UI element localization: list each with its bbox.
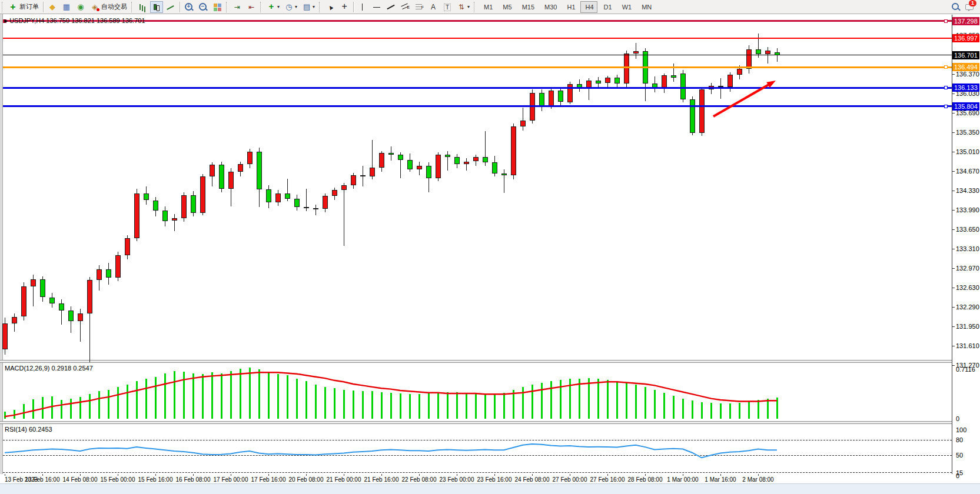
periods-button[interactable]: ▾: [283, 1, 299, 13]
candle: [445, 155, 450, 157]
macd-histogram-bar: [418, 394, 420, 419]
horizontal-level-line[interactable]: [3, 20, 952, 22]
macd-histogram-bar: [513, 390, 514, 419]
candle: [614, 78, 620, 84]
line-handle[interactable]: [944, 19, 948, 23]
vertical-line-tool-button[interactable]: [356, 1, 369, 13]
candle: [219, 165, 224, 189]
notification-badge: 1: [969, 0, 976, 6]
time-tick: [42, 474, 43, 476]
timeframe-m1[interactable]: M1: [479, 1, 496, 13]
crosshair-tool-button[interactable]: [338, 1, 351, 13]
zoom-out-button[interactable]: [197, 1, 210, 13]
timeframe-h1[interactable]: H1: [562, 1, 579, 13]
horizontal-level-line[interactable]: [3, 66, 952, 68]
candle: [21, 286, 26, 316]
macd-histogram-bar: [117, 387, 119, 419]
rsi-scale-label: 100: [956, 426, 966, 433]
macd-histogram-bar: [334, 388, 335, 419]
signals-button[interactable]: [74, 1, 87, 13]
bar-chart-mode-button[interactable]: [136, 1, 149, 13]
chart-title-text: USDJPY,H4 136.750 136.821 136.589 136.70…: [9, 17, 145, 24]
channel-tool-button[interactable]: [398, 1, 411, 13]
horizontal-line-tool-icon: [372, 2, 381, 12]
macd-histogram-bar: [362, 391, 364, 419]
line-handle[interactable]: [944, 105, 948, 108]
label-tool-button[interactable]: [441, 1, 454, 13]
label-tool-icon: [443, 2, 452, 12]
timeframe-m30[interactable]: M30: [539, 1, 560, 13]
candle: [40, 279, 45, 297]
cursor-tool-icon: [325, 2, 335, 12]
candle: [379, 153, 384, 168]
timeframe-mn[interactable]: MN: [636, 1, 655, 13]
line-handle[interactable]: [944, 86, 948, 89]
timeframe-w1[interactable]: W1: [617, 1, 636, 13]
horizontal-level-line[interactable]: [3, 55, 952, 55]
candle: [144, 193, 149, 201]
macd-scale-label: 0: [956, 415, 959, 422]
indicators-dropdown-icon[interactable]: ▾: [277, 4, 280, 9]
horizontal-line-tool-button[interactable]: [370, 1, 383, 13]
candle: [436, 155, 441, 178]
cursor-tool-button[interactable]: [324, 1, 337, 13]
candle: [727, 75, 733, 87]
candle: [172, 218, 177, 221]
macd-histogram-bar: [494, 395, 496, 419]
macd-histogram-bar: [23, 404, 25, 419]
macd-histogram-bar: [776, 398, 778, 419]
candle-wick: [174, 214, 175, 231]
chat-button[interactable]: 1: [963, 1, 976, 12]
candle: [266, 189, 271, 202]
timeframe-d1[interactable]: D1: [599, 1, 616, 13]
fibonacci-tool-button[interactable]: [413, 1, 426, 13]
candle: [257, 152, 262, 189]
price-tick-label: 136.370: [956, 71, 979, 78]
new-order-button[interactable]: 新订单: [6, 1, 41, 13]
arrows-tool-button[interactable]: ▾: [455, 1, 471, 13]
market-watch-button[interactable]: [60, 1, 73, 13]
templates-dropdown-icon[interactable]: ▾: [313, 4, 315, 9]
tile-windows-button[interactable]: [211, 1, 224, 13]
timeframe-h4[interactable]: H4: [580, 1, 597, 13]
toolbar-drag-handle: [226, 2, 228, 12]
line-handle[interactable]: [944, 65, 948, 69]
templates-button[interactable]: ▾: [300, 1, 317, 13]
rsi-panel[interactable]: [3, 424, 952, 474]
timeframe-m5[interactable]: M5: [497, 1, 515, 13]
periods-dropdown-icon[interactable]: ▾: [295, 4, 297, 9]
price-tick: [952, 210, 955, 211]
macd-histogram-bar: [597, 379, 599, 419]
search-button[interactable]: [949, 1, 962, 12]
toolbar-separator: [43, 2, 44, 12]
macd-histogram-bar: [51, 396, 53, 419]
scroll-to-end-button[interactable]: [231, 1, 244, 13]
macd-histogram-bar: [767, 399, 769, 419]
zoom-in-button[interactable]: [182, 1, 195, 13]
auto-trading-button[interactable]: 自动交易: [88, 1, 129, 13]
chart-shift-button[interactable]: [245, 1, 258, 13]
arrows-tool-dropdown-icon[interactable]: ▾: [467, 4, 470, 9]
candlestick-mode-button[interactable]: [150, 1, 163, 13]
candle: [49, 298, 55, 304]
pending-orders-button[interactable]: [46, 1, 59, 13]
price-tick-label: 133.310: [956, 245, 979, 252]
macd-histogram-bar: [353, 390, 354, 419]
candle: [511, 126, 516, 175]
price-tick: [952, 326, 955, 327]
candle: [473, 157, 479, 162]
trendline-tool-button[interactable]: [384, 1, 397, 13]
horizontal-level-line[interactable]: [3, 87, 952, 89]
macd-histogram-bar: [155, 377, 157, 419]
macd-histogram-bar: [437, 393, 439, 419]
text-tool-button[interactable]: [427, 1, 440, 13]
price-tick: [952, 191, 955, 191]
timeframe-w1-label: W1: [622, 4, 632, 11]
horizontal-level-line[interactable]: [3, 38, 952, 39]
rsi-scale-label: 80: [956, 436, 963, 443]
line-chart-mode-button[interactable]: [164, 1, 177, 13]
indicators-button[interactable]: ▾: [265, 1, 281, 13]
horizontal-level-line[interactable]: [3, 105, 952, 107]
price-level-badge: 136.494: [952, 63, 979, 71]
timeframe-m15[interactable]: M15: [517, 1, 538, 13]
